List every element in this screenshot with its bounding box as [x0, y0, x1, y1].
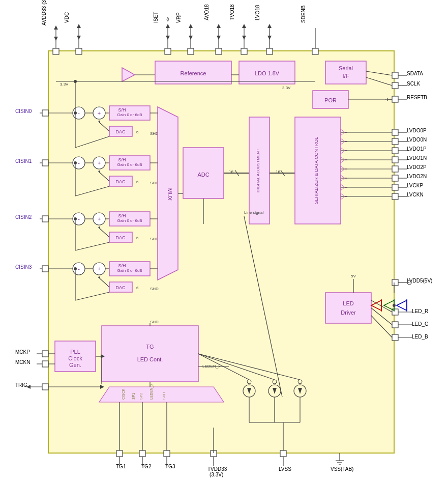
sh3-gain: Gain 0 or 6dB — [117, 268, 142, 273]
svg-rect-77 — [42, 384, 48, 390]
svg-rect-54 — [392, 193, 398, 200]
shd-bus-label: SHD — [162, 392, 166, 400]
avdd33-label: AVDD33 (3.3V) — [41, 0, 47, 25]
serializer-label: SERIALIZER & DATA CONTROL — [314, 137, 319, 204]
sh0-gain: Gain 0 or 6dB — [117, 112, 142, 117]
svg-marker-7 — [77, 36, 81, 40]
mckn-label: MCKN — [15, 359, 30, 365]
sub2-minus: - — [78, 216, 80, 222]
svg-rect-17 — [216, 48, 222, 54]
sub1-minus: - — [78, 160, 80, 166]
avo18-label: AVO18 — [204, 4, 210, 20]
svg-marker-10 — [166, 24, 170, 28]
add3-plus: + — [98, 266, 101, 272]
lvdo2n-label: LVDO2N — [407, 174, 427, 179]
serial-if-label: Serial — [339, 65, 353, 71]
svg-marker-3 — [54, 37, 58, 41]
5v-label: 5V — [351, 274, 356, 278]
svg-rect-29 — [312, 48, 318, 54]
svg-rect-61 — [392, 322, 398, 328]
svg-rect-82 — [139, 450, 145, 457]
svg-marker-6 — [77, 24, 81, 28]
svg-point-204 — [74, 80, 77, 83]
dac3-label: DAC — [115, 285, 126, 290]
vdc-label: VDC — [64, 12, 70, 23]
led-b-label: LED_B — [412, 334, 428, 340]
svg-point-177 — [393, 304, 396, 307]
lvdo1p-label: LVDO1P — [407, 146, 427, 152]
tvdd33-label2: (3.3V) — [210, 472, 223, 477]
sclk-label: SCLK — [407, 81, 420, 87]
svg-rect-75 — [42, 361, 48, 367]
lvdo2p-label: LVDO2P — [407, 164, 427, 170]
cisin1-label: CISIN1 — [15, 158, 32, 164]
svg-rect-63 — [392, 334, 398, 341]
dac2-label: DAC — [115, 235, 126, 240]
svg-rect-71 — [42, 266, 48, 272]
svg-rect-73 — [42, 351, 48, 357]
tg-label: TG — [146, 344, 154, 350]
svg-rect-52 — [392, 184, 398, 190]
add2-plus: + — [98, 216, 101, 222]
iset-label: ISET — [153, 12, 159, 23]
por-label: POR — [324, 97, 337, 103]
tg1-label: TG1 — [116, 464, 126, 469]
vrp-label: VRP — [176, 12, 182, 23]
vss-tab-label: VSS(TAB) — [331, 466, 353, 472]
sh2-label: S/H — [118, 213, 126, 218]
cisin2-label: CISIN2 — [15, 214, 32, 220]
svg-rect-1 — [53, 48, 59, 54]
svg-rect-84 — [164, 450, 170, 457]
svg-rect-69 — [42, 216, 48, 222]
sh1-gain: Gain 0 or 6dB — [117, 162, 142, 167]
tvdd33-label: TVDD33 — [207, 466, 227, 472]
svg-marker-15 — [189, 36, 193, 40]
svg-marker-2 — [54, 25, 58, 30]
svg-rect-65 — [42, 110, 48, 116]
cisin0-label: CISIN0 — [15, 108, 32, 114]
svg-rect-13 — [188, 48, 194, 54]
dac3-shd: SHD — [150, 287, 159, 291]
mux-label: MUX — [167, 188, 173, 201]
sub3-minus: - — [78, 266, 80, 272]
svg-rect-67 — [42, 160, 48, 166]
svg-marker-27 — [267, 36, 272, 40]
sh2-gain: Gain 0 or 6dB — [117, 218, 142, 223]
led-r-label: LED_R — [412, 308, 428, 314]
ldo-label: LDO 1.8V — [255, 70, 280, 76]
svg-rect-88 — [280, 450, 286, 457]
lvdo0p-label: LVDO0P — [407, 128, 427, 133]
serial-if-label2: I/F — [343, 73, 349, 79]
bus-shape — [99, 387, 224, 402]
svg-marker-19 — [217, 36, 221, 40]
dac0-label: DAC — [115, 129, 126, 134]
led-driver-label: LED — [343, 300, 353, 306]
svg-marker-14 — [189, 24, 193, 28]
lvo18-label: LVO18 — [255, 5, 260, 20]
tg-block — [102, 326, 198, 382]
add0-label: + — [98, 110, 101, 116]
shd-tg-label: SHD — [150, 320, 159, 324]
line-signal-label: Line signal — [244, 210, 263, 215]
tg2-label: TG2 — [141, 464, 152, 469]
svg-rect-56 — [392, 279, 398, 286]
svg-marker-26 — [267, 24, 272, 28]
tg-label2: LED Cont. — [137, 356, 163, 362]
svg-rect-33 — [392, 82, 398, 89]
svg-rect-9 — [165, 48, 171, 54]
svg-marker-23 — [242, 36, 246, 40]
add1-plus: + — [98, 160, 101, 166]
sp1-label: SP1 — [132, 393, 135, 400]
sdata-label: SDATA — [407, 71, 423, 76]
svg-rect-31 — [392, 72, 398, 78]
pll-label2: Clock — [68, 355, 82, 361]
reference-label: Reference — [181, 70, 206, 76]
dac1-label: DAC — [115, 179, 126, 184]
sdenb-label: SDENB — [301, 5, 306, 23]
dac1-bits: 6 — [136, 180, 139, 184]
dac2-bits: 6 — [136, 236, 139, 240]
sp2-label: SP2 — [139, 393, 143, 400]
lvdo0n-label: LVDO0N — [407, 137, 427, 143]
svg-rect-21 — [241, 48, 247, 54]
svg-rect-42 — [392, 138, 398, 145]
